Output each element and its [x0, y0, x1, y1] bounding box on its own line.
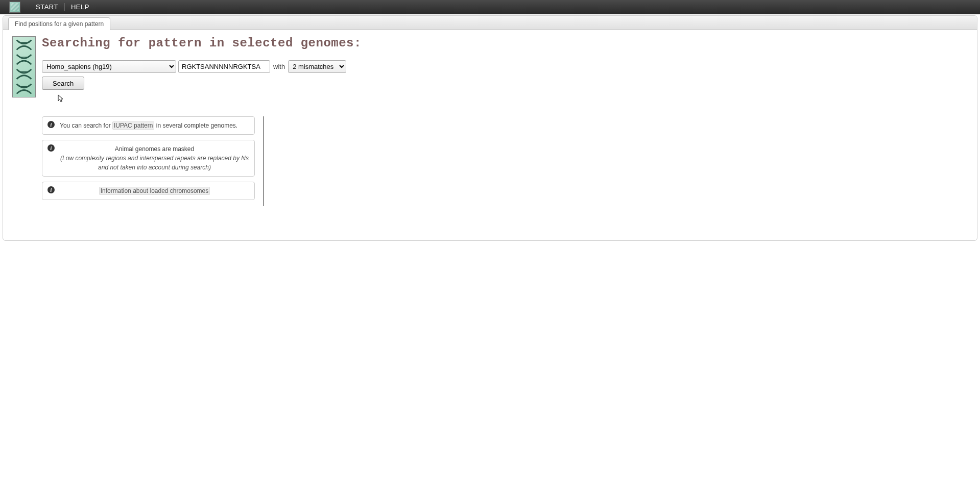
- search-button[interactable]: Search: [42, 77, 84, 90]
- info-boxes: i You can search for IUPAC pattern in se…: [42, 116, 255, 206]
- tab-bar: Find positions for a given pattern: [3, 16, 977, 30]
- dna-helix-icon: [12, 36, 36, 97]
- iupac-pattern-link[interactable]: IUPAC pattern: [112, 121, 154, 130]
- genome-select[interactable]: Homo_sapiens (hg19): [42, 60, 176, 73]
- info-text: Information about loaded chromosomes: [60, 186, 249, 195]
- info-suffix: in several complete genomes.: [154, 122, 237, 129]
- search-form-row: Homo_sapiens (hg19) with 2 mismatches: [42, 60, 968, 73]
- nav-start[interactable]: START: [30, 3, 64, 11]
- page-title: Searching for pattern in selected genome…: [42, 36, 968, 50]
- info-text: Animal genomes are masked (Low complexit…: [60, 144, 249, 172]
- tab-find-positions[interactable]: Find positions for a given pattern: [8, 17, 110, 30]
- info-masked-title: Animal genomes are masked: [60, 144, 249, 154]
- info-icon: i: [47, 144, 55, 152]
- vertical-divider: [263, 116, 264, 206]
- main-content: Searching for pattern in selected genome…: [42, 36, 968, 206]
- mismatches-select[interactable]: 2 mismatches: [288, 60, 346, 73]
- pattern-input[interactable]: [178, 60, 270, 73]
- info-text: You can search for IUPAC pattern in seve…: [60, 121, 249, 130]
- info-box-iupac: i You can search for IUPAC pattern in se…: [42, 116, 255, 135]
- info-box-masked: i Animal genomes are masked (Low complex…: [42, 140, 255, 177]
- content-area: Searching for pattern in selected genome…: [3, 30, 977, 221]
- info-icon: i: [47, 121, 55, 128]
- info-icon: i: [47, 186, 55, 193]
- info-masked-note: (Low complexity regions and interspersed…: [60, 154, 249, 172]
- nav-help[interactable]: HELP: [65, 3, 95, 11]
- info-box-chromosomes: i Information about loaded chromosomes: [42, 182, 255, 200]
- chromosomes-info-link[interactable]: Information about loaded chromosomes: [99, 187, 210, 195]
- app-logo-icon[interactable]: [9, 2, 20, 13]
- info-prefix: You can search for: [60, 122, 112, 129]
- with-label: with: [273, 63, 285, 70]
- top-bar: START HELP: [0, 0, 980, 14]
- page-container: Find positions for a given pattern Searc…: [3, 15, 977, 241]
- info-section: i You can search for IUPAC pattern in se…: [42, 116, 968, 206]
